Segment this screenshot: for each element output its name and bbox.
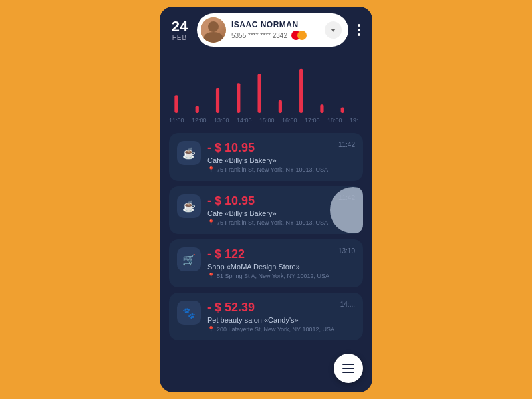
profile-name: ISAAC NORMAN: [231, 20, 319, 29]
tx-info-3: - $ 122 Shop «MoMA Design Store» 📍 51 Sp…: [207, 247, 355, 279]
tx-time-4: 14:...: [340, 301, 355, 308]
chart-label-1300: 13:00: [214, 117, 229, 124]
tx-name-1: Cafe «Billy's Bakery»: [207, 156, 355, 164]
chart-label-1100: 11:00: [169, 117, 184, 124]
pin-icon-3: 📍: [207, 273, 215, 279]
profile-card[interactable]: ISAAC NORMAN 5355 **** **** 2342: [197, 13, 348, 47]
tx-location-text-4: 200 Lafayette St, New York, NY 10012, US…: [217, 326, 334, 332]
more-dot-2: [358, 29, 360, 31]
chart-label-1400: 14:00: [237, 117, 252, 124]
profile-info: ISAAC NORMAN 5355 **** **** 2342: [231, 20, 319, 40]
date-block: 24 FEB: [169, 19, 190, 41]
cafe-icon-2: ☕: [177, 194, 201, 218]
tx-location-text-3: 51 Spring St A, New York, NY 10012, USA: [217, 273, 329, 279]
svg-rect-8: [341, 107, 344, 113]
svg-rect-2: [216, 88, 219, 113]
profile-card-row: 5355 **** **** 2342: [231, 31, 319, 40]
svg-rect-1: [196, 106, 199, 113]
chevron-down-icon: [331, 29, 336, 32]
chart-label-1500: 15:00: [259, 117, 275, 124]
chart-label-1200: 12:00: [192, 117, 207, 124]
card-number: 5355 **** **** 2342: [231, 32, 287, 39]
cafe-icon-1: ☕: [177, 141, 201, 165]
tx-amount-4: - $ 52.39: [207, 301, 355, 315]
svg-rect-3: [237, 83, 240, 113]
chart-label-1900: 19:...: [350, 117, 363, 124]
phone-container: 24 FEB ISAAC NORMAN 5355 **** **** 2342: [160, 7, 372, 392]
chart-label-1600: 16:00: [282, 117, 297, 124]
pin-icon-1: 📍: [207, 166, 215, 173]
svg-rect-0: [174, 95, 178, 113]
tx-amount-1: - $ 10.95: [207, 141, 355, 155]
transaction-item-3[interactable]: 🛒 - $ 122 Shop «MoMA Design Store» 📍 51 …: [169, 239, 363, 287]
avatar: [201, 17, 226, 43]
dropdown-button[interactable]: [325, 21, 342, 39]
menu-icon: [342, 364, 354, 373]
svg-rect-6: [299, 69, 303, 113]
tx-amount-3: - $ 122: [207, 247, 355, 261]
chart-label-1800: 18:00: [327, 117, 342, 124]
svg-rect-11: [342, 372, 354, 373]
tx-name-3: Shop «MoMA Design Store»: [207, 263, 355, 271]
more-dot-1: [358, 24, 360, 27]
pin-icon-4: 📍: [207, 326, 215, 332]
svg-rect-4: [257, 74, 261, 113]
fab-button[interactable]: [334, 354, 363, 383]
date-month: FEB: [172, 34, 187, 41]
transactions-list: ☕ - $ 10.95 Cafe «Billy's Bakery» 📍 75 F…: [160, 126, 372, 392]
date-day: 24: [172, 19, 188, 34]
mastercard-icon: [291, 31, 307, 40]
tx-location-1: 📍 75 Franklin St, New York, NY 10013, US…: [207, 166, 355, 173]
transaction-item-2[interactable]: ☕ - $ 10.95 Cafe «Billy's Bakery» 📍 75 F…: [169, 186, 363, 234]
chart-label-1700: 17:00: [305, 117, 320, 124]
chart-svg: [169, 60, 363, 113]
svg-rect-9: [342, 364, 354, 365]
tx-name-4: Pet beauty salon «Candy's»: [207, 316, 355, 324]
tx-location-3: 📍 51 Spring St A, New York, NY 10012, US…: [207, 273, 355, 279]
tx-location-text-1: 75 Franklin St, New York, NY 10013, USA: [217, 166, 328, 173]
avatar-image: [201, 17, 226, 43]
chart-area: 11:00 12:00 13:00 14:00 15:00 16:00 17:0…: [160, 53, 372, 126]
tx-location-text-2: 75 Franklin St, New York, NY 10013, USA: [217, 219, 328, 226]
more-dot-3: [358, 33, 360, 36]
tx-time-1: 11:42: [338, 141, 355, 148]
chart-labels: 11:00 12:00 13:00 14:00 15:00 16:00 17:0…: [169, 117, 363, 124]
transaction-item-1[interactable]: ☕ - $ 10.95 Cafe «Billy's Bakery» 📍 75 F…: [169, 133, 363, 181]
tx-time-3: 13:10: [338, 247, 355, 255]
pet-icon: 🐾: [177, 301, 201, 325]
tx-info-4: - $ 52.39 Pet beauty salon «Candy's» 📍 2…: [207, 301, 355, 332]
pin-icon-2: 📍: [207, 219, 215, 226]
more-button[interactable]: [355, 21, 363, 39]
tx-info-1: - $ 10.95 Cafe «Billy's Bakery» 📍 75 Fra…: [207, 141, 355, 173]
svg-rect-5: [279, 100, 282, 113]
svg-rect-7: [320, 104, 323, 113]
tx-location-4: 📍 200 Lafayette St, New York, NY 10012, …: [207, 326, 355, 332]
svg-rect-10: [342, 368, 354, 369]
shop-icon: 🛒: [177, 247, 201, 271]
header: 24 FEB ISAAC NORMAN 5355 **** **** 2342: [160, 7, 372, 53]
transaction-item-4[interactable]: 🐾 - $ 52.39 Pet beauty salon «Candy's» 📍…: [169, 293, 363, 340]
mc-orange-circle: [297, 31, 307, 40]
